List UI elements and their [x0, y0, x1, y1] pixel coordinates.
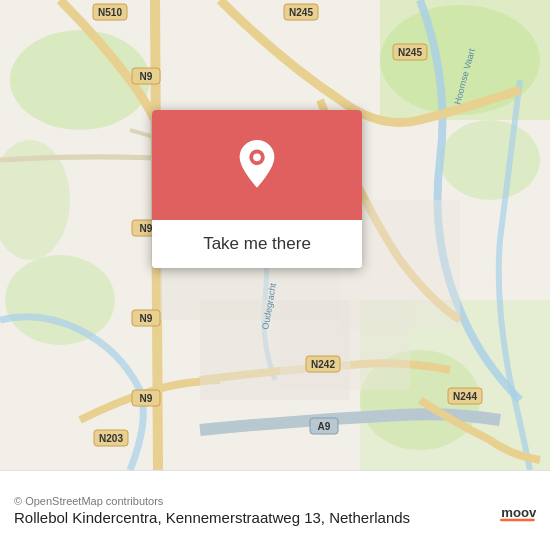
moovit-logo: moovit [500, 493, 536, 529]
svg-text:A9: A9 [318, 421, 331, 432]
svg-text:N9: N9 [140, 71, 153, 82]
popup-card: Take me there [152, 110, 362, 268]
footer: © OpenStreetMap contributors Rollebol Ki… [0, 470, 550, 550]
address-text: Rollebol Kindercentra, Kennemerstraatweg… [14, 509, 410, 526]
svg-text:N9: N9 [140, 223, 153, 234]
page-wrapper: N510 N9 N9 N9 N9 N245 N245 N242 N203 A9 [0, 0, 550, 550]
svg-point-5 [5, 255, 115, 345]
svg-text:N9: N9 [140, 313, 153, 324]
footer-info: © OpenStreetMap contributors Rollebol Ki… [14, 495, 410, 526]
take-me-there-button[interactable]: Take me there [152, 220, 362, 268]
svg-text:N203: N203 [99, 433, 123, 444]
svg-point-39 [253, 153, 261, 161]
copyright-text: © OpenStreetMap contributors [14, 495, 410, 507]
svg-text:N245: N245 [398, 47, 422, 58]
map-container: N510 N9 N9 N9 N9 N245 N245 N242 N203 A9 [0, 0, 550, 470]
location-pin-icon [233, 137, 281, 193]
svg-rect-41 [500, 518, 535, 520]
popup-pin-area [152, 110, 362, 220]
svg-text:N510: N510 [98, 7, 122, 18]
svg-text:moovit: moovit [501, 505, 536, 520]
svg-text:N242: N242 [311, 359, 335, 370]
svg-text:N245: N245 [289, 7, 313, 18]
svg-point-3 [440, 120, 540, 200]
moovit-logo-icon: moovit [500, 493, 536, 529]
svg-text:N244: N244 [453, 391, 477, 402]
svg-rect-12 [280, 300, 410, 390]
svg-text:N9: N9 [140, 393, 153, 404]
